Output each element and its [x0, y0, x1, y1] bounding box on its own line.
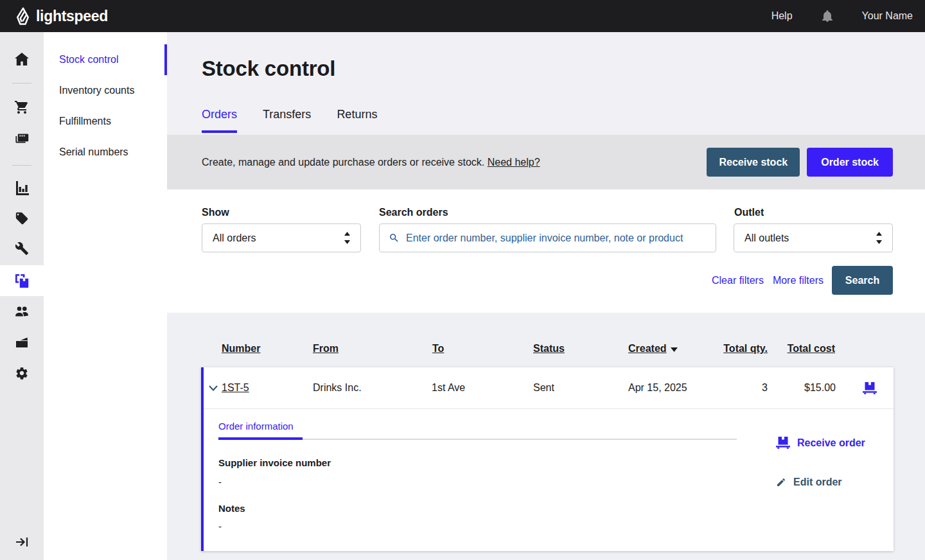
receive-order-link[interactable]: Receive order	[776, 437, 865, 449]
home-icon[interactable]	[0, 44, 44, 74]
sidenav-item-stock-control[interactable]: Stock control	[44, 44, 167, 75]
order-expansion: Order information Supplier invoice numbe…	[204, 409, 894, 550]
order-from: Drinks Inc.	[313, 367, 362, 408]
order-status: Sent	[533, 367, 554, 408]
show-select[interactable]: All orders	[202, 223, 361, 252]
rail-divider	[12, 83, 31, 83]
settings-gear-icon[interactable]	[0, 358, 44, 389]
help-link[interactable]: Help	[771, 10, 793, 22]
col-status[interactable]: Status	[533, 343, 565, 354]
tab-order-information[interactable]: Order information	[218, 421, 294, 432]
tab-transfers[interactable]: Transfers	[263, 108, 311, 133]
select-arrows-icon	[344, 224, 350, 252]
stock-sidenav: Stock control Inventory counts Fulfillme…	[44, 32, 167, 560]
sell-icon[interactable]	[0, 92, 44, 123]
search-button[interactable]: Search	[832, 266, 893, 295]
sidenav-item-inventory-counts[interactable]: Inventory counts	[44, 75, 167, 106]
collapse-sidebar-icon[interactable]	[0, 527, 44, 557]
receive-pallet-icon	[776, 437, 790, 449]
supplier-invoice-value: -	[218, 477, 222, 487]
col-to[interactable]: To	[432, 343, 444, 354]
search-input[interactable]	[406, 232, 716, 244]
tab-orders[interactable]: Orders	[202, 108, 237, 133]
supplier-invoice-label: Supplier invoice number	[218, 457, 331, 468]
notes-value: -	[218, 521, 222, 532]
brand-wordmark: lightspeed	[36, 8, 108, 25]
user-menu[interactable]: Your Name	[862, 10, 913, 22]
order-total-qty: 3	[762, 367, 768, 408]
sidenav-item-fulfillments[interactable]: Fulfillments	[44, 106, 167, 137]
order-row-card: 1ST-5 Drinks Inc. 1st Ave Sent Apr 15, 2…	[201, 367, 894, 551]
page-title: Stock control	[202, 57, 335, 81]
lightspeed-flame-icon	[15, 7, 30, 26]
col-total-cost[interactable]: Total cost	[788, 343, 835, 354]
tab-bar: Orders Transfers Returns	[202, 108, 403, 133]
edit-order-link[interactable]: Edit order	[776, 477, 842, 488]
lightspeed-logo[interactable]: lightspeed	[15, 7, 108, 26]
main-content: Stock control Orders Transfers Returns C…	[167, 32, 925, 560]
col-number[interactable]: Number	[222, 343, 260, 354]
col-total-qty[interactable]: Total qty.	[723, 343, 768, 354]
col-from[interactable]: From	[313, 343, 339, 354]
sort-desc-icon	[671, 343, 678, 354]
order-row[interactable]: 1ST-5 Drinks Inc. 1st Ave Sent Apr 15, 2…	[204, 367, 894, 409]
order-to: 1st Ave	[432, 367, 465, 408]
setup-wrench-icon[interactable]	[0, 233, 44, 264]
search-orders-label: Search orders	[379, 207, 448, 218]
register-icon[interactable]	[0, 123, 44, 153]
more-filters-link[interactable]: More filters	[773, 275, 824, 286]
order-total-cost: $15.00	[804, 367, 836, 408]
orders-table-area: Number From To Status Created Total qty.…	[167, 313, 925, 560]
order-stock-button[interactable]: Order stock	[807, 148, 893, 177]
inventory-boxes-icon[interactable]	[0, 265, 44, 296]
pencil-icon	[776, 477, 786, 487]
outlet-select[interactable]: All outlets	[734, 223, 893, 252]
order-number-link[interactable]: 1ST-5	[222, 367, 249, 408]
need-help-link[interactable]: Need help?	[488, 157, 540, 168]
customers-icon[interactable]	[0, 296, 44, 327]
rail-divider	[12, 165, 31, 166]
order-created: Apr 15, 2025	[628, 367, 687, 408]
order-information-underline	[218, 437, 303, 440]
chevron-down-icon[interactable]	[209, 367, 218, 408]
banner-text: Create, manage and update purchase order…	[202, 157, 540, 168]
receive-pallet-icon[interactable]	[863, 367, 877, 408]
reporting-icon[interactable]	[0, 173, 44, 204]
show-label: Show	[202, 207, 229, 218]
top-bar: lightspeed Help Your Name	[0, 0, 925, 32]
outlet-label: Outlet	[734, 207, 764, 218]
bell-icon[interactable]	[822, 10, 833, 22]
col-created[interactable]: Created	[628, 343, 678, 354]
search-orders-field[interactable]	[379, 223, 716, 252]
expansion-divider	[303, 439, 737, 440]
select-arrows-icon	[876, 224, 882, 252]
sidenav-item-serial-numbers[interactable]: Serial numbers	[44, 137, 167, 168]
tab-returns[interactable]: Returns	[337, 108, 377, 133]
info-banner: Create, manage and update purchase order…	[167, 135, 925, 189]
icon-rail	[0, 32, 44, 560]
notes-label: Notes	[218, 503, 245, 514]
clear-filters-link[interactable]: Clear filters	[712, 275, 764, 286]
catalog-tag-icon[interactable]	[0, 203, 44, 234]
receive-stock-button[interactable]: Receive stock	[707, 148, 800, 177]
search-icon	[389, 232, 400, 243]
ecommerce-box-icon[interactable]	[0, 327, 44, 358]
